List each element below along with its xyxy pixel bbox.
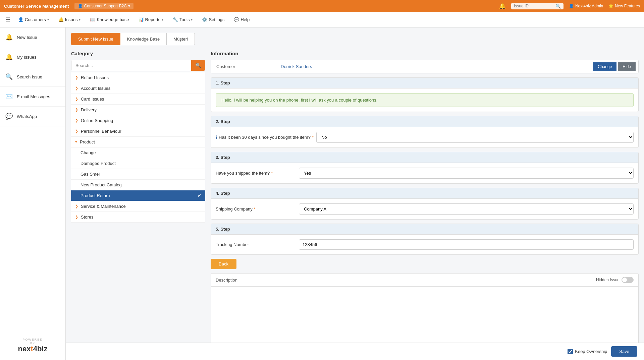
expand-icon: ❯ xyxy=(75,86,78,91)
tree-item-product[interactable]: ▾ Product xyxy=(71,137,205,147)
information-title: Information xyxy=(211,51,639,56)
powered-by-text: POWEREDby xyxy=(7,338,59,345)
change-customer-button[interactable]: Change xyxy=(593,62,616,71)
sidebar-item-my-issues[interactable]: 🔔 My Issues xyxy=(0,47,65,67)
my-issues-icon: 🔔 xyxy=(5,53,13,61)
tracking-number-input[interactable] xyxy=(299,239,634,250)
content-panels: Category 🔍 ❯ Refund Issues ❯ Account Iss… xyxy=(71,51,639,360)
collapse-icon: ▾ xyxy=(75,140,77,144)
nav-help-label: Help xyxy=(240,17,250,22)
issues-icon: 🔔 xyxy=(58,17,64,22)
tree-item-online-shopping[interactable]: ❯ Online Shopping xyxy=(71,115,205,126)
back-button[interactable]: Back xyxy=(211,259,236,269)
nav-help[interactable]: 💬 Help xyxy=(230,14,254,25)
keep-ownership-checkbox[interactable] xyxy=(568,349,573,354)
step-4-header: 4. Step xyxy=(211,188,638,199)
tree-child-gas-smell[interactable]: Gas Smell xyxy=(71,169,205,180)
sidebar-item-new-issue-label: New Issue xyxy=(17,35,37,40)
customer-row: Customer Derrick Sanders Change Hide xyxy=(211,60,639,73)
expand-icon: ❯ xyxy=(75,129,78,133)
tenant-name: Consumer Support B2C xyxy=(84,4,127,8)
nav-reports[interactable]: 📊 Reports ▾ xyxy=(135,14,168,25)
nav-settings-label: Settings xyxy=(209,17,224,22)
tree-item-card[interactable]: ❯ Card Issues xyxy=(71,94,205,105)
customer-label: Customer xyxy=(211,60,278,73)
hamburger-icon[interactable]: ☰ xyxy=(3,15,13,24)
step-2-select[interactable]: No Yes xyxy=(316,132,634,143)
footer-bar: Keep Ownership Save xyxy=(66,343,644,360)
category-search-button[interactable]: 🔍 xyxy=(191,60,205,71)
tree-child-new-catalog[interactable]: New Product Catalog xyxy=(71,180,205,190)
tree-item-label: Refund Issues xyxy=(81,75,109,80)
nav-knowledge-base[interactable]: 📖 Knowledge base xyxy=(86,14,133,25)
sidebar-item-email[interactable]: ✉️ E-mail Messages xyxy=(0,87,65,107)
notification-bell-icon[interactable]: 🔔 xyxy=(499,3,506,9)
tree-item-label: Card Issues xyxy=(81,97,104,102)
help-icon: 💬 xyxy=(234,17,239,22)
tree-item-stores[interactable]: ❯ Stores xyxy=(71,212,205,223)
issue-search[interactable]: 🔍 xyxy=(511,3,564,9)
app-title: Customer Service Management xyxy=(4,4,69,9)
tree-child-change[interactable]: Change xyxy=(71,147,205,158)
issue-search-input[interactable] xyxy=(514,4,554,8)
nav-customers[interactable]: 👤 Customers ▾ xyxy=(14,14,53,25)
tree-item-service[interactable]: ❯ Service & Maintenance xyxy=(71,201,205,212)
tab-musteri[interactable]: Müşteri xyxy=(166,33,195,45)
top-bar: Customer Service Management 👤 Consumer S… xyxy=(0,0,644,12)
tree-child-label: Product Return xyxy=(80,193,110,198)
tree-item-delivery[interactable]: ❯ Delivery xyxy=(71,105,205,115)
sidebar-item-search-issue[interactable]: 🔍 Search Issue xyxy=(0,67,65,87)
tree-item-label: Service & Maintenance xyxy=(81,204,126,209)
description-textarea[interactable] xyxy=(216,307,634,334)
expand-icon: ❯ xyxy=(75,215,78,219)
tab-submit-new-issue[interactable]: Submit New Issue xyxy=(71,33,120,45)
tree-child-damaged[interactable]: Damaged Product xyxy=(71,158,205,169)
tab-knowledge-base[interactable]: Knowledge Base xyxy=(120,33,167,45)
nav-knowledge-label: Knowledge base xyxy=(97,17,129,22)
category-search-input[interactable] xyxy=(71,60,191,71)
step-4-select[interactable]: Company A Company B Company C xyxy=(299,203,634,215)
step-4-card: 4. Step Shipping Company * Company A Com… xyxy=(211,188,639,220)
step-3-select[interactable]: Yes No xyxy=(299,168,634,179)
tree-child-label: Gas Smell xyxy=(80,172,101,177)
main-nav: ☰ 👤 Customers ▾ 🔔 Issues ▾ 📖 Knowledge b… xyxy=(0,12,644,27)
tree-child-label: Change xyxy=(80,150,96,155)
step-5-header: 5. Step xyxy=(211,224,638,235)
category-search[interactable]: 🔍 xyxy=(71,60,205,71)
nav-issues-label: Issues xyxy=(65,17,78,22)
tree-item-refund[interactable]: ❯ Refund Issues xyxy=(71,72,205,83)
expand-icon: ❯ xyxy=(75,204,78,208)
reports-icon: 📊 xyxy=(139,17,144,22)
app-layout: 🔔 New Issue 🔔 My Issues 🔍 Search Issue ✉… xyxy=(0,27,644,360)
tree-item-account[interactable]: ❯ Account Issues xyxy=(71,83,205,94)
nav-tools[interactable]: 🔧 Tools ▾ xyxy=(169,14,197,25)
new-features[interactable]: ⭐ New Features xyxy=(608,4,640,8)
toggle-switch[interactable] xyxy=(622,277,634,283)
tenant-selector[interactable]: 👤 Consumer Support B2C ▾ xyxy=(74,3,133,9)
tree-item-label: Stores xyxy=(81,215,94,220)
hidden-issue-toggle[interactable]: Hidden Issue xyxy=(596,277,634,283)
tools-icon: 🔧 xyxy=(173,17,178,22)
category-title: Category xyxy=(71,51,205,56)
step-1-greeting: Hello, I will be helping you on the phon… xyxy=(216,93,634,107)
tenant-icon: 👤 xyxy=(78,4,83,8)
tree-child-product-return[interactable]: Product Return ✔ xyxy=(71,190,205,201)
tree-item-label: Account Issues xyxy=(81,86,110,91)
hide-customer-button[interactable]: Hide xyxy=(618,62,636,71)
required-marker: * xyxy=(254,206,256,212)
nav-issues[interactable]: 🔔 Issues ▾ xyxy=(54,14,85,25)
information-panel: Information Customer Derrick Sanders Cha… xyxy=(211,51,639,360)
nav-settings[interactable]: ⚙️ Settings xyxy=(198,14,228,25)
sidebar-item-whatsapp[interactable]: 💬 WhatsApp xyxy=(0,107,65,126)
tree-item-label: Online Shopping xyxy=(81,118,113,123)
main-content: Submit New Issue Knowledge Base Müşteri … xyxy=(66,27,644,360)
expand-icon: ❯ xyxy=(75,75,78,80)
step-2-label: ℹ Has it been 30 days since you bought t… xyxy=(216,135,314,140)
info-icon: ℹ xyxy=(216,135,217,140)
required-marker: * xyxy=(312,135,314,140)
save-button[interactable]: Save xyxy=(611,346,637,357)
step-1-card: 1. Step Hello, I will be helping you on … xyxy=(211,77,639,112)
tree-item-personnel[interactable]: ❯ Personnel Behaviour xyxy=(71,126,205,137)
sidebar-item-new-issue[interactable]: 🔔 New Issue xyxy=(0,27,65,47)
nav-customers-label: Customers xyxy=(25,17,46,22)
